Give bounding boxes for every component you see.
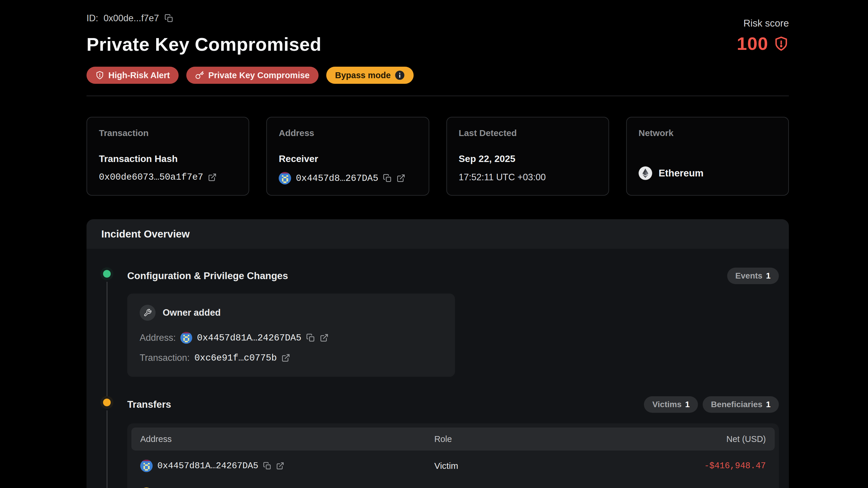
private-key-compromise-label: Private Key Compromise [208,70,309,80]
event-transaction-label: Transaction: [140,353,190,363]
header-divider [87,96,789,96]
alert-detail-page: ID: 0x00de...f7e7 Private Key Compromise… [0,0,868,488]
high-risk-alert-label: High-Risk Alert [108,70,170,80]
column-header-role: Role [434,434,634,444]
transaction-hash-title: Transaction Hash [99,154,237,164]
column-header-address: Address [140,434,434,444]
copy-icon[interactable] [383,174,392,183]
row-role: Victim [434,461,634,471]
incident-id-row: ID: 0x00de...f7e7 [87,13,414,24]
external-link-icon[interactable] [276,462,284,470]
config-privilege-section: Configuration & Privilege Changes Events… [97,268,779,396]
network-card-label: Network [639,128,776,138]
address-avatar [140,460,153,472]
last-detected-label: Last Detected [459,128,597,138]
victims-count: 1 [685,400,690,409]
event-address-value: 0x4457d81A…24267DA5 [197,333,301,343]
events-label: Events [736,271,763,281]
wrench-icon [140,305,156,321]
event-address-label: Address: [140,332,176,343]
summary-cards: Transaction Transaction Hash 0x00de6073…… [87,117,789,196]
external-link-icon[interactable] [397,174,405,183]
shield-alert-icon [95,71,104,80]
timeline-line [106,411,107,488]
row-net-amount: -$416,948.47 [634,461,766,471]
incident-id-value: 0x00de...f7e7 [104,13,159,24]
network-card: Network Ethereum [626,117,789,196]
info-icon[interactable] [395,70,405,80]
victims-count-badge: Victims 1 [644,396,698,413]
event-transaction-row: Transaction: 0xc6e91f…c0775b [140,353,442,363]
transfers-table-header: Address Role Net (USD) [131,427,775,451]
transaction-card-label: Transaction [99,128,237,138]
risk-score-label: Risk score [737,18,789,29]
event-title: Owner added [163,307,221,318]
incident-overview-header: Incident Overview [87,219,789,249]
risk-score-value: 100 [737,33,768,54]
receiver-title: Receiver [279,154,416,164]
events-count-badge: Events 1 [727,268,779,284]
address-card-label: Address [279,128,416,138]
address-card: Address Receiver 0x4457d8…267DA5 [266,117,429,196]
address-avatar [180,332,192,344]
row-address: 0x4457d81A…24267DA5 [157,461,258,471]
table-row: 0x4457d81A…24267DA5 Victim -$416,948.47 [131,454,775,478]
event-address-row: Address: 0x4457d81A…24267DA5 [140,332,442,344]
badge-row: High-Risk Alert Private Key Compromise B… [87,67,414,84]
address-avatar [279,172,291,185]
risk-score-block: Risk score 100 [737,18,789,54]
page-title: Private Key Compromised [87,34,414,55]
config-section-title: Configuration & Privilege Changes [127,270,288,282]
network-name: Ethereum [659,168,704,179]
copy-icon[interactable] [306,333,315,342]
timeline-gutter [97,268,117,396]
copy-icon[interactable] [263,462,271,470]
beneficiaries-label: Beneficiaries [711,400,762,409]
external-link-icon[interactable] [208,173,217,182]
transaction-card: Transaction Transaction Hash 0x00de6073…… [87,117,249,196]
key-icon [195,71,204,80]
incident-id-label: ID: [87,13,98,24]
owner-added-event-card: Owner added Address: 0x4457d81A…24267DA5 [127,294,455,377]
copy-icon[interactable] [164,14,173,23]
beneficiaries-count-badge: Beneficiaries 1 [703,396,779,413]
shield-risk-icon [774,36,789,51]
bypass-mode-badge[interactable]: Bypass mode [326,67,414,84]
event-transaction-value: 0xc6e91f…c0775b [194,353,277,363]
ethereum-icon [639,166,652,180]
table-row: 0x6385eb73…7FF4121C Beneficiary +$416,94… [131,481,775,488]
transfers-table: Address Role Net (USD) 0x4457d81A…24267D… [127,423,779,488]
incident-overview-card: Incident Overview Configuration & Privil… [87,219,789,488]
timeline-gutter [97,396,117,488]
header-left: ID: 0x00de...f7e7 Private Key Compromise… [87,13,414,84]
events-count: 1 [766,271,771,281]
receiver-address-value: 0x4457d8…267DA5 [296,173,378,184]
last-detected-date: Sep 22, 2025 [459,154,597,164]
incident-overview-title: Incident Overview [101,228,190,240]
column-header-net: Net (USD) [634,434,766,444]
beneficiaries-count: 1 [766,400,771,409]
external-link-icon[interactable] [281,354,290,362]
last-detected-time: 17:52:11 UTC +03:00 [459,172,597,183]
bypass-mode-label: Bypass mode [335,70,391,80]
victims-label: Victims [652,400,681,409]
timeline-line [106,282,107,396]
last-detected-card: Last Detected Sep 22, 2025 17:52:11 UTC … [446,117,609,196]
transfers-section: Transfers Victims 1 Beneficiaries 1 [97,396,779,488]
transfers-section-title: Transfers [127,399,171,410]
timeline-dot-green [103,270,111,278]
timeline-dot-orange [103,399,111,406]
high-risk-alert-badge: High-Risk Alert [87,67,179,84]
private-key-compromise-badge: Private Key Compromise [186,67,318,84]
transaction-hash-value: 0x00de6073…50a1f7e7 [99,172,203,182]
external-link-icon[interactable] [320,333,329,342]
